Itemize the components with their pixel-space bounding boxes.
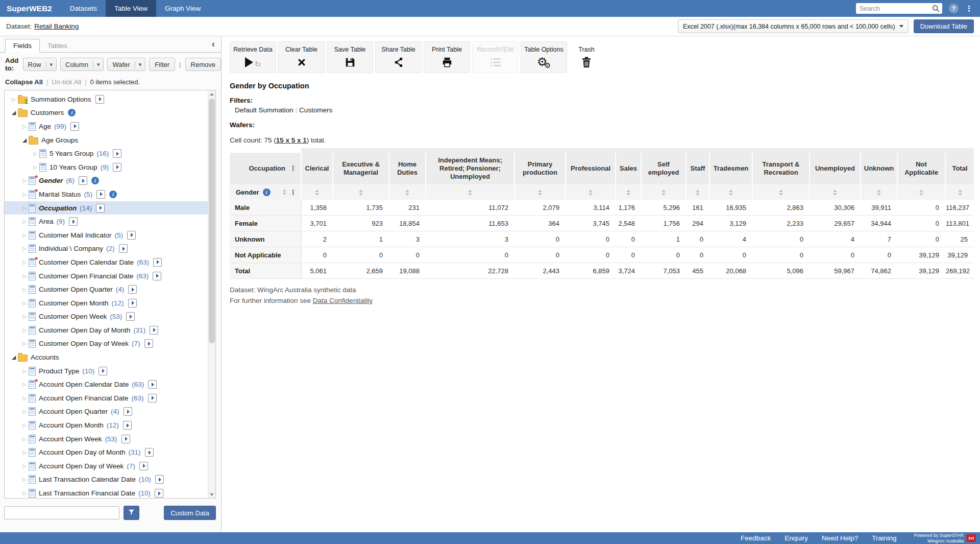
sort-cell-professional[interactable] [566, 184, 616, 200]
tree-item-marital-status[interactable]: ▷*Marital Status(5)i [5, 187, 208, 201]
filter-button[interactable]: Filter [149, 58, 175, 71]
quick-add-icon[interactable] [113, 163, 121, 172]
expand-expander-icon[interactable]: ▷ [20, 490, 29, 496]
tree-item-gender[interactable]: ▷*Gender(6)i [5, 174, 208, 188]
sort-icon[interactable] [282, 189, 286, 195]
toolbar-share-table-button[interactable]: Share Table [375, 41, 422, 73]
sort-cell-self-employed[interactable] [641, 184, 686, 200]
quick-add-icon[interactable] [95, 95, 104, 104]
tree-scrollbar[interactable] [208, 90, 215, 498]
custom-data-filter-button[interactable] [124, 506, 139, 520]
expand-expander-icon[interactable]: ▷ [20, 246, 29, 251]
dataset-link[interactable]: Retail Banking [34, 22, 79, 30]
expand-expander-icon[interactable]: ▷ [20, 382, 29, 387]
tree-item-customers[interactable]: ◢Customersi [5, 106, 208, 120]
sort-cell-unknown[interactable] [861, 184, 897, 200]
info-icon[interactable]: i [109, 191, 117, 198]
tree-item-customer-mail-indicator[interactable]: ▷Customer Mail Indicator(5) [5, 228, 208, 242]
toolbar-save-table-button[interactable]: Save Table [327, 41, 373, 73]
tree-item-customer-open-calendar-date[interactable]: ▷*Customer Open Calendar Date(63) [5, 255, 208, 269]
scroll-up-icon[interactable] [208, 90, 215, 98]
expand-expander-icon[interactable]: ▷ [20, 287, 29, 292]
expand-expander-icon[interactable]: ▷ [20, 463, 29, 469]
expand-expander-icon[interactable]: ▷ [20, 422, 29, 428]
quick-add-icon[interactable] [126, 312, 135, 321]
quick-add-icon[interactable] [139, 462, 148, 470]
sort-icon[interactable] [359, 190, 363, 196]
data-confidentiality-link[interactable]: Data Confidentiality [313, 297, 373, 304]
sort-icon[interactable] [468, 190, 472, 196]
sort-cell-home-duties[interactable] [389, 184, 426, 200]
collapse-all-link[interactable]: Collapse All [5, 78, 43, 86]
expand-expander-icon[interactable]: ▷ [20, 436, 29, 442]
expand-expander-icon[interactable]: ▷ [20, 450, 29, 455]
add-to-row-button[interactable]: Row▾ [23, 58, 57, 71]
add-to-column-button[interactable]: Column▾ [60, 58, 104, 71]
chevron-down-icon[interactable]: ▾ [93, 61, 104, 68]
nav-tab-datasets[interactable]: Datasets [61, 0, 106, 17]
export-format-select[interactable]: Excel 2007 (.xlsx)(max 16,384 columns x … [678, 19, 909, 33]
sort-icon[interactable] [779, 190, 783, 196]
sort-icon[interactable] [662, 190, 666, 196]
sort-icon[interactable] [877, 190, 881, 196]
tree-item-occupation[interactable]: ▷Occupation(14) [5, 201, 208, 215]
quick-add-icon[interactable] [113, 149, 121, 158]
expand-expander-icon[interactable]: ▷ [20, 395, 29, 401]
quick-add-icon[interactable] [69, 217, 78, 226]
row-dimension-header[interactable]: Genderi⋮ [230, 184, 301, 200]
quick-add-icon[interactable] [121, 435, 130, 443]
tree-item-product-type[interactable]: ▷Product Type(10) [5, 364, 208, 378]
tree-item-account-open-week[interactable]: ▷Account Open Week(53) [5, 432, 208, 446]
collapse-expander-icon[interactable]: ◢ [10, 109, 18, 116]
sort-cell-independent-means-retired-pensioner-unemployed[interactable] [426, 184, 514, 200]
remove-button[interactable]: Remove [185, 58, 221, 71]
kebab-menu-icon[interactable]: ⋮ [290, 164, 297, 173]
sort-cell-staff[interactable] [686, 184, 709, 200]
quick-add-icon[interactable] [145, 448, 154, 457]
footer-link-training[interactable]: Training [872, 534, 896, 542]
footer-link-enquiry[interactable]: Enquiry [785, 534, 808, 542]
help-icon[interactable]: ? [949, 4, 959, 13]
sort-cell-executive-managerial[interactable] [333, 184, 389, 200]
expand-expander-icon[interactable]: ▷ [20, 409, 29, 414]
info-icon[interactable]: i [263, 188, 271, 196]
tree-item-customer-open-quarter[interactable]: ▷Customer Open Quarter(4) [5, 282, 208, 296]
tree-item-customer-open-month[interactable]: ▷Customer Open Month(12) [5, 296, 208, 310]
toolbar-table-options-button[interactable]: Table Options⚙⚙ [521, 41, 567, 73]
overflow-menu-icon[interactable]: ⋮ [965, 4, 973, 13]
sort-cell-total[interactable] [945, 184, 974, 200]
sort-icon[interactable] [919, 190, 923, 196]
column-dimension-header[interactable]: Occupation⋮ [230, 153, 301, 184]
tree-item-account-open-quarter[interactable]: ▷Account Open Quarter(4) [5, 405, 208, 419]
expand-expander-icon[interactable]: ▷ [20, 477, 29, 482]
sort-icon[interactable] [538, 190, 542, 196]
expand-expander-icon[interactable]: ▷ [20, 300, 29, 306]
quick-add-icon[interactable] [70, 122, 79, 131]
app-logo[interactable]: SuperWEB2 [0, 0, 61, 17]
search-icon[interactable] [932, 5, 940, 14]
quick-add-icon[interactable] [123, 421, 132, 430]
tree-item-customer-open-day-of-month[interactable]: ▷Customer Open Day of Month(31) [5, 323, 208, 337]
quick-add-icon[interactable] [155, 475, 164, 484]
expand-expander-icon[interactable]: ▷ [31, 164, 39, 170]
tree-item-10-years-group[interactable]: ▷10 Years Group(9) [5, 160, 208, 174]
sort-cell-clerical[interactable] [301, 184, 333, 200]
nav-tab-table-view[interactable]: Table View [106, 0, 156, 17]
quick-add-icon[interactable] [96, 190, 105, 199]
expand-expander-icon[interactable]: ▷ [20, 341, 29, 346]
sort-icon[interactable] [589, 190, 593, 196]
quick-add-icon[interactable] [96, 204, 105, 212]
expand-expander-icon[interactable]: ▷ [10, 97, 18, 102]
kebab-menu-icon[interactable]: ⋮ [290, 188, 297, 196]
quick-add-icon[interactable] [128, 285, 137, 294]
expand-expander-icon[interactable]: ▷ [20, 368, 29, 374]
sort-cell-unemployed[interactable] [810, 184, 861, 200]
sort-cell-tradesmen[interactable] [709, 184, 752, 200]
tab-fields[interactable]: Fields [5, 39, 40, 53]
expand-expander-icon[interactable]: ▷ [20, 124, 29, 129]
sort-icon[interactable] [696, 190, 700, 196]
chevron-down-icon[interactable]: ▾ [46, 61, 57, 68]
tree-item-account-open-month[interactable]: ▷Account Open Month(12) [5, 418, 208, 432]
toolbar-clear-table-button[interactable]: Clear Table [278, 41, 325, 73]
scroll-down-icon[interactable] [208, 491, 215, 498]
